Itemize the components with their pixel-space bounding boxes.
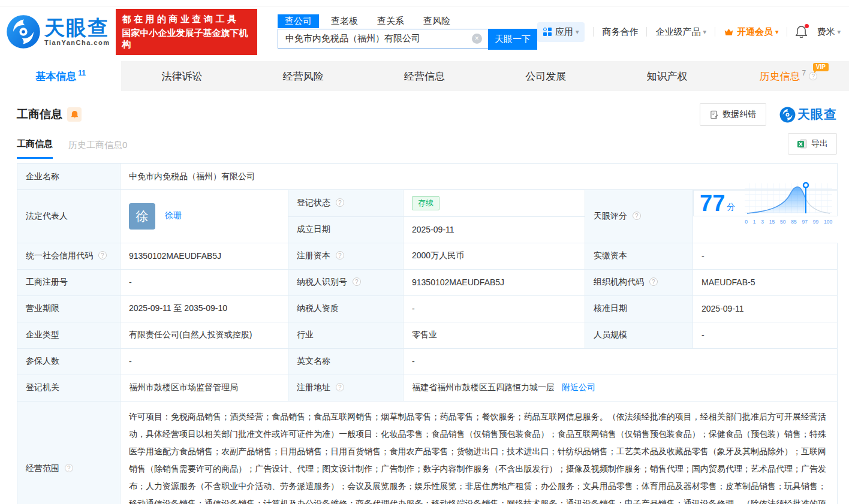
tab-label: 法律诉讼 xyxy=(161,70,202,83)
insured-label: 参保人数 xyxy=(17,348,121,375)
divider xyxy=(715,27,715,37)
subtab-history-business-info[interactable]: 历史工商信息0 xyxy=(68,140,127,158)
vip-upgrade-menu[interactable]: 开通会员 ▾ xyxy=(724,26,779,38)
table-row: 登记机关 福州市鼓楼区市场监督管理局 注册地址 ? 福建省福州市鼓楼区五四路恒力… xyxy=(17,375,838,401)
english-name-value: - xyxy=(404,348,838,375)
address-value-cell: 福建省福州市鼓楼区五四路恒力城一层 附近公司 xyxy=(404,375,838,401)
search-button[interactable]: 天眼一下 xyxy=(488,29,537,50)
search-area: 查公司 查老板 查关系 查风险 × 天眼一下 xyxy=(278,14,537,50)
business-info-table: 企业名称 中免市内免税品（福州）有限公司 法定代表人 徐 徐珊 登记状态 ? 存… xyxy=(17,163,838,504)
search-tab-company[interactable]: 查公司 xyxy=(278,14,319,28)
help-icon[interactable]: ? xyxy=(649,277,658,286)
tab-label: 知识产权 xyxy=(647,70,688,83)
user-menu[interactable]: 费米 ▾ xyxy=(817,26,841,38)
table-row: 企业类型 有限责任公司(自然人投资或控股) 行业 零售业 人员规模 - xyxy=(17,322,838,348)
establish-date-value: 2025-09-11 xyxy=(404,216,585,243)
tab-count: 7 xyxy=(802,69,806,77)
excel-icon xyxy=(797,139,808,149)
logo-subtext: TianYanCha.com xyxy=(44,39,110,46)
tab-operation-risk[interactable]: 经营风险 xyxy=(243,61,364,91)
avatar[interactable]: 徐 xyxy=(129,203,155,230)
divider xyxy=(787,27,787,37)
org-code-value: MAEUDFAB-5 xyxy=(693,269,838,295)
chevron-down-icon: ▾ xyxy=(576,28,579,36)
table-row: 营业期限 2025-09-11 至 2035-09-10 纳税人资质 - 核准日… xyxy=(17,295,838,322)
company-name-value: 中免市内免税品（福州）有限公司 xyxy=(121,164,838,190)
business-cooperation-link[interactable]: 商务合作 xyxy=(602,26,638,38)
search-tab-relation[interactable]: 查关系 xyxy=(370,14,411,28)
header-right-nav: 应用 ▾ 商务合作 企业级产品 ▾ 开通会员 ▾ 费米 ▾ xyxy=(537,22,841,42)
tab-intellectual-property[interactable]: 知识产权 xyxy=(606,61,727,91)
notification-dot xyxy=(805,24,809,28)
scope-label-cell: 经营范围 ? xyxy=(17,401,121,504)
tab-label: 基本信息 xyxy=(35,70,76,83)
taxpayer-id-label-cell: 纳税人识别号 ? xyxy=(288,269,404,295)
top-divider xyxy=(0,0,849,7)
legal-rep-link[interactable]: 徐珊 xyxy=(165,210,182,220)
subtab-business-info[interactable]: 工商信息 xyxy=(17,138,53,159)
tab-operation-info[interactable]: 经营信息 xyxy=(364,61,485,91)
help-icon[interactable]: ? xyxy=(633,212,641,220)
search-tab-risk[interactable]: 查风险 xyxy=(416,14,457,28)
tianyancha-swirl-icon xyxy=(779,107,796,123)
search-input[interactable] xyxy=(278,29,488,49)
tab-history-info[interactable]: VIP 历史信息 7 ? xyxy=(728,61,849,91)
section-header: 工商信息 数据纠错 天眼查 xyxy=(17,103,837,126)
tianyancha-watermark: 天眼查 xyxy=(779,106,837,123)
legal-rep-label: 法定代表人 xyxy=(17,190,121,243)
chevron-down-icon: ▾ xyxy=(703,28,706,36)
taxpayer-id-label: 纳税人识别号 xyxy=(297,277,347,286)
nearby-companies-link[interactable]: 附近公司 xyxy=(562,382,595,392)
address-label: 注册地址 xyxy=(297,382,330,392)
tab-count: 11 xyxy=(78,69,86,77)
username: 费米 xyxy=(817,26,835,38)
help-icon[interactable]: ? xyxy=(353,277,361,286)
section-title: 工商信息 xyxy=(17,107,62,122)
apps-grid-icon xyxy=(543,28,552,36)
apps-menu[interactable]: 应用 ▾ xyxy=(537,22,585,42)
header: 天眼查 TianYanCha.com 都在用的商业查询工具 国家中小企业发展子基… xyxy=(0,7,849,56)
search-tab-boss[interactable]: 查老板 xyxy=(324,14,365,28)
table-row: 统一社会信用代码 ? 91350102MAEUDFAB5J 注册资本 ? 200… xyxy=(17,243,838,269)
org-code-label: 组织机构代码 xyxy=(594,277,644,286)
notification-bell-icon[interactable] xyxy=(796,26,807,38)
tab-basic-info[interactable]: 基本信息 11 xyxy=(0,61,121,91)
help-icon[interactable]: ? xyxy=(336,198,344,207)
enterprise-products-menu[interactable]: 企业级产品 ▾ xyxy=(655,26,706,38)
subscribe-bell-icon[interactable] xyxy=(67,107,82,122)
reg-status-label: 登记状态 xyxy=(297,198,330,207)
staff-size-label: 人员规模 xyxy=(585,322,693,348)
watermark-text: 天眼查 xyxy=(797,106,837,123)
help-icon[interactable]: ? xyxy=(336,251,344,259)
table-row: 经营范围 ? 许可项目：免税商品销售；酒类经营；食品销售；食品互联网销售；烟草制… xyxy=(17,401,838,504)
help-icon[interactable]: ? xyxy=(809,72,817,80)
data-correction-button[interactable]: 数据纠错 xyxy=(700,103,766,126)
help-icon[interactable]: ? xyxy=(65,464,73,472)
apps-label: 应用 xyxy=(555,26,573,38)
export-button[interactable]: 导出 xyxy=(788,133,837,155)
reg-capital-label-cell: 注册资本 ? xyxy=(288,243,404,269)
chevron-down-icon: ▾ xyxy=(837,28,841,36)
clear-icon[interactable]: × xyxy=(472,34,482,44)
logo-text: 天眼查 xyxy=(44,17,110,38)
table-row: 工商注册号 - 纳税人识别号 ? 91350102MAEUDFAB5J 组织机构… xyxy=(17,269,838,295)
industry-label: 行业 xyxy=(288,322,404,348)
vip-label: 开通会员 xyxy=(737,26,773,38)
table-row: 参保人数 - 英文名称 - xyxy=(17,348,838,375)
divider xyxy=(593,27,594,37)
business-term-value: 2025-09-11 至 2035-09-10 xyxy=(121,295,288,322)
help-icon[interactable]: ? xyxy=(336,383,344,391)
tianyancha-swirl-icon xyxy=(6,14,41,49)
tianyancha-logo[interactable]: 天眼查 TianYanCha.com xyxy=(6,14,110,49)
score-cell: 77 分 xyxy=(693,190,838,216)
score-label-cell: 天眼评分 ? xyxy=(585,190,693,243)
correction-label: 数据纠错 xyxy=(722,109,756,120)
tab-company-development[interactable]: 公司发展 xyxy=(485,61,606,91)
help-icon[interactable]: ? xyxy=(98,251,107,259)
reg-status-label-cell: 登记状态 ? xyxy=(288,190,404,217)
approval-date-value: 2025-09-11 xyxy=(693,295,838,322)
tab-legal-proceedings[interactable]: 法律诉讼 xyxy=(121,61,242,91)
document-edit-icon xyxy=(710,110,719,119)
promo-line2: 国家中小企业发展子基金旗下机构 xyxy=(122,28,251,50)
subtabs: 工商信息 历史工商信息0 导出 xyxy=(17,138,837,159)
